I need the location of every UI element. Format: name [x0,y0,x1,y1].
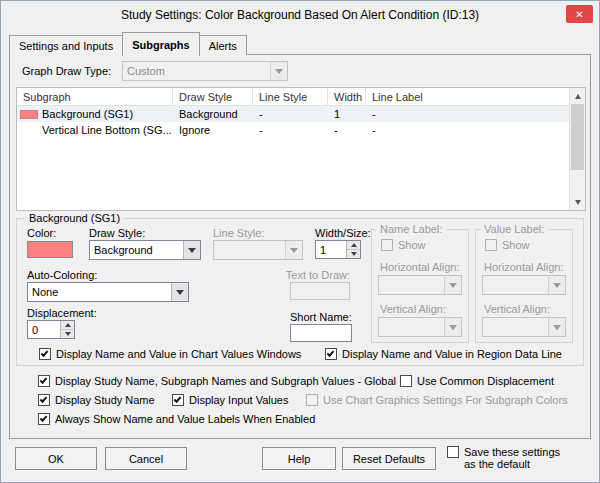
dropdown-button [270,62,287,80]
line-style-select [213,240,303,260]
chevron-down-icon [176,290,184,299]
check-icon [40,376,48,384]
dropdown-button [548,276,565,294]
color-swatch-button[interactable] [27,241,73,258]
spin-up-icon [65,320,71,327]
spin-down-button[interactable] [61,329,74,338]
spin-up-button[interactable] [61,321,74,329]
width-size-stepper[interactable]: 1 [315,240,361,259]
checkbox-label: Use Chart Graphics Settings For Subgraph… [323,394,568,406]
chevron-down-icon [188,248,196,257]
spin-up-button[interactable] [347,241,360,249]
chevron-down-icon [553,283,561,292]
use-chart-graphics-checkbox: Use Chart Graphics Settings For Subgraph… [306,394,568,406]
reset-defaults-button[interactable]: Reset Defaults [342,447,436,470]
spin-down-icon [351,252,357,259]
subgraph-table: Subgraph Draw Style Line Style Width Lin… [16,87,586,211]
checkbox-label: Display Name and Value in Region Data Li… [342,348,562,360]
scrollbar-thumb[interactable] [571,104,584,170]
check-icon [327,349,335,357]
name-vertical-align-select [378,317,462,337]
checkbox-box [38,375,50,387]
value-horizontal-align-value [483,276,548,294]
color-label: Color: [27,227,56,239]
spin-down-button[interactable] [347,249,360,258]
tab-alerts[interactable]: Alerts [199,35,247,55]
title-bar[interactable]: Study Settings: Color Background Based O… [1,1,599,31]
scroll-up-icon [575,91,581,99]
checkbox-box [38,394,50,406]
cancel-button[interactable]: Cancel [105,447,187,470]
tab-settings-and-inputs[interactable]: Settings and Inputs [9,35,123,55]
column-header-subgraph: Subgraph [17,88,173,105]
line-style-label: Line Style: [213,227,264,239]
name-horizontal-align-select [378,275,462,295]
close-button[interactable]: ✕ [566,5,593,23]
table-scrollbar[interactable] [569,88,585,210]
checkbox-label: Display Name and Value in Chart Values W… [56,348,301,360]
auto-coloring-select[interactable]: None [27,282,189,302]
table-header: Subgraph Draw Style Line Style Width Lin… [17,88,569,106]
help-button[interactable]: Help [262,447,336,470]
displacement-stepper[interactable]: 0 [27,320,75,339]
stepper-buttons [346,241,360,258]
tab-subgraphs[interactable]: Subgraphs [122,32,199,56]
graph-draw-type-value: Custom [123,62,270,80]
short-name-input[interactable] [290,324,352,342]
row-line-label: - [366,124,569,136]
stepper-buttons [60,321,74,338]
subgraph-name: Background (SG1) [42,108,133,120]
draw-style-select[interactable]: Background [89,240,201,260]
column-header-line-label: Line Label [366,88,569,105]
row-draw-style: Background [173,108,253,120]
subgraph-color-swatch [20,110,38,119]
ok-button[interactable]: OK [15,447,97,470]
subgraph-settings-group: Background (SG1) Color: Draw Style: Back… [16,218,584,366]
auto-coloring-value: None [28,283,171,301]
width-size-label: Width/Size: [315,227,371,239]
spin-up-icon [351,240,357,247]
check-icon [40,395,48,403]
row-line-style: - [253,124,328,136]
checkbox-box [39,348,51,360]
scroll-down-icon [575,200,581,208]
dropdown-button [285,241,302,259]
checkbox-label: Show [398,239,426,251]
chevron-down-icon [449,325,457,334]
subgraph-name: Vertical Line Bottom (SG... [42,124,172,136]
dropdown-button[interactable] [171,283,188,301]
dropdown-button[interactable] [183,241,200,259]
checkbox-label: Always Show Name and Value Labels When E… [55,413,315,425]
table-row[interactable]: Vertical Line Bottom (SG... Ignore - - - [17,122,569,138]
close-icon: ✕ [575,9,583,20]
checkbox-box [381,239,393,251]
draw-style-value: Background [90,241,183,259]
value-vertical-align-label: Vertical Align: [484,303,550,315]
row-draw-style: Ignore [173,124,253,136]
checkbox-box [38,413,50,425]
chevron-down-icon [275,69,283,78]
display-study-name-checkbox[interactable]: Display Study Name [38,394,155,406]
checkbox-box [447,446,459,458]
display-in-region-data-checkbox[interactable]: Display Name and Value in Region Data Li… [325,348,562,360]
value-horizontal-align-label: Horizontal Align: [484,261,564,273]
draw-style-label: Draw Style: [89,227,145,239]
value-vertical-align-select [482,317,566,337]
use-common-displacement-checkbox[interactable]: Use Common Displacement [400,375,554,387]
table-row[interactable]: Background (SG1) Background - 1 - [17,106,569,122]
display-input-values-checkbox[interactable]: Display Input Values [172,394,288,406]
display-in-chart-values-checkbox[interactable]: Display Name and Value in Chart Values W… [39,348,301,360]
name-horizontal-align-label: Horizontal Align: [380,261,460,273]
row-width: - [328,124,366,136]
display-global-checkbox[interactable]: Display Study Name, Subgraph Names and S… [38,375,396,387]
scroll-up-button[interactable] [570,88,585,103]
scroll-down-button[interactable] [570,195,585,210]
text-to-draw-input [290,282,350,300]
dropdown-button [444,276,461,294]
checkbox-label: Display Study Name [55,394,155,406]
checkbox-label: Use Common Displacement [417,375,554,387]
always-show-labels-checkbox[interactable]: Always Show Name and Value Labels When E… [38,413,315,425]
check-icon [40,414,48,422]
checkbox-box [306,394,318,406]
save-default-checkbox[interactable]: Save these settings as the default [447,446,566,470]
